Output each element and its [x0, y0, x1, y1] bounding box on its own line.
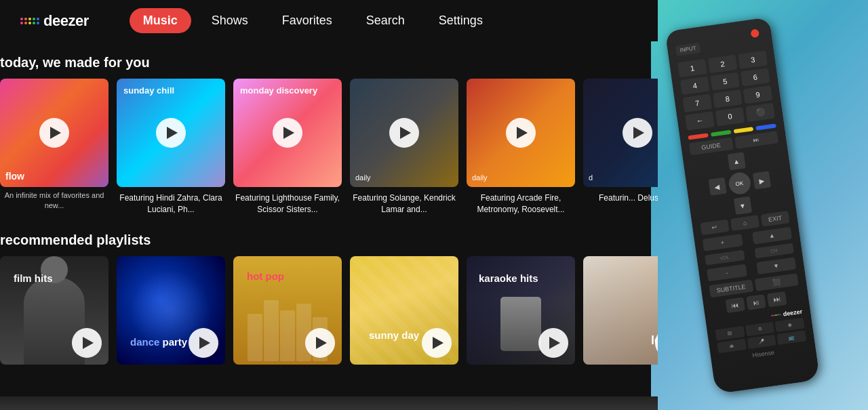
play-icon: [316, 337, 327, 349]
ch-label: CH: [754, 243, 794, 259]
daily2-label: daily: [472, 173, 488, 182]
hot-pop-play-btn[interactable]: [305, 328, 335, 358]
num-3-btn[interactable]: 3: [738, 50, 768, 68]
daily1-play-btn[interactable]: [389, 118, 419, 148]
dpad-left[interactable]: ◀: [708, 178, 726, 196]
play-icon: [283, 127, 294, 139]
sunny-day-label: sunny day: [363, 323, 425, 348]
monday-label: monday discovery: [240, 85, 317, 97]
karaoke-hits-label: karaoke hits: [473, 266, 544, 291]
ch-up-btn[interactable]: ▲: [752, 227, 792, 245]
play-icon: [199, 337, 210, 349]
card-monday-discovery[interactable]: monday discovery Featuring Lighthouse Fa…: [233, 79, 342, 216]
vol-label: VOL: [705, 250, 745, 266]
film-hits-play-btn[interactable]: [72, 328, 102, 358]
card-sunday-chill[interactable]: sunday chill Featuring Hindi Zahra, Clar…: [117, 79, 225, 216]
back-btn[interactable]: ↩: [700, 220, 729, 236]
nav-favorites[interactable]: Favorites: [269, 8, 346, 33]
card-daily-2[interactable]: daily Featuring Arcade Fire, Metronomy, …: [467, 79, 575, 216]
home-btn[interactable]: ⌂: [730, 215, 760, 231]
rewind-btn[interactable]: ⏮: [726, 297, 746, 313]
remote-func-4[interactable]: ⏏: [717, 339, 746, 354]
card-dance-party[interactable]: dance party: [117, 256, 225, 365]
vol-plus-btn[interactable]: +: [703, 234, 743, 251]
card-film-hits[interactable]: film hits: [0, 256, 108, 365]
monday-desc: Featuring Lighthouse Family, Scissor Sis…: [233, 192, 342, 216]
num-1-btn[interactable]: 1: [677, 59, 707, 77]
dpad-right[interactable]: ▶: [752, 171, 770, 190]
remote-func-1[interactable]: ▤: [715, 326, 745, 341]
play-icon: [549, 337, 560, 349]
flow-play-btn[interactable]: [39, 118, 69, 148]
tv-bezel: [0, 396, 658, 410]
fast-forward-btn[interactable]: ⏭: [767, 291, 787, 308]
card-flow[interactable]: flow An infinite mix of favorites and ne…: [0, 79, 108, 216]
num-9-btn[interactable]: 9: [743, 85, 773, 104]
daily2-desc: Featuring Arcade Fire, Metronomy, Roosev…: [467, 192, 575, 216]
card-daily-1[interactable]: daily Featuring Solange, Kendrick Lamar …: [350, 79, 458, 216]
card-karaoke-hits[interactable]: karaoke hits: [467, 256, 575, 365]
section-playlists-title: recommended playlists: [0, 226, 658, 256]
card-love[interactable]: love f: [583, 256, 658, 365]
card-daily-3[interactable]: d Featurin... Delusion...: [583, 79, 658, 216]
flow-label: flow: [5, 171, 24, 182]
num-8-btn[interactable]: 8: [713, 89, 743, 108]
play-icon: [83, 337, 94, 349]
green-btn[interactable]: [711, 130, 731, 137]
num-2-btn[interactable]: 2: [708, 55, 738, 73]
film-hits-image: film hits: [0, 256, 108, 365]
play-icon: [517, 127, 528, 139]
num-6-btn[interactable]: 6: [741, 68, 770, 86]
daily3-label: d: [589, 173, 593, 182]
dpad-ok[interactable]: OK: [727, 171, 751, 196]
monday-play-btn[interactable]: [273, 118, 302, 148]
dpad-down[interactable]: ▼: [733, 197, 751, 215]
remote-func-5[interactable]: 🎤: [747, 335, 776, 350]
remote-func-6[interactable]: 📺: [777, 330, 806, 345]
nav-search[interactable]: Search: [353, 8, 418, 33]
nav-shows[interactable]: Shows: [198, 8, 262, 33]
sunny-day-play-btn[interactable]: [422, 328, 452, 358]
daily2-play-btn[interactable]: [506, 118, 536, 148]
input-button[interactable]: INPUT: [675, 43, 701, 56]
monday-image: monday discovery: [233, 79, 342, 187]
karaoke-hits-image: karaoke hits: [467, 256, 575, 365]
remote-deezer-dots: [772, 314, 781, 316]
main-content: today, we made for you flow An infinite …: [0, 41, 658, 375]
tv-screen: deezer Music Shows Favorites Search Sett…: [0, 0, 658, 410]
remote-func-3[interactable]: ◉: [775, 317, 804, 332]
hot-pop-image: hot pop: [233, 256, 342, 365]
num-0-btn[interactable]: 0: [715, 107, 745, 126]
daily3-play-btn[interactable]: [623, 118, 652, 148]
nav-settings[interactable]: Settings: [425, 8, 496, 33]
sunday-play-btn[interactable]: [156, 118, 186, 148]
nav-music[interactable]: Music: [130, 8, 191, 33]
card-sunny-day[interactable]: sunny day: [350, 256, 458, 365]
info-btn[interactable]: ⏭: [734, 131, 778, 149]
guide-btn[interactable]: GUIDE: [689, 138, 733, 156]
num-4-btn[interactable]: 4: [680, 77, 710, 95]
play-icon: [167, 127, 178, 139]
mute-btn[interactable]: ⬛: [754, 273, 798, 291]
daily1-label: daily: [355, 173, 371, 182]
ch-down-btn[interactable]: ▼: [756, 257, 796, 274]
daily1-desc: Featuring Solange, Kendrick Lamar and...: [350, 192, 458, 216]
card-hot-pop[interactable]: hot pop: [233, 256, 342, 365]
blue-btn[interactable]: [756, 123, 776, 130]
dpad-up[interactable]: ▲: [727, 152, 745, 170]
vol-minus-btn[interactable]: -: [707, 264, 747, 282]
dance-party-play-btn[interactable]: [189, 328, 218, 358]
num-dot-btn[interactable]: ⚫: [745, 103, 775, 122]
logo-text: deezer: [43, 12, 89, 30]
red-btn[interactable]: [688, 133, 708, 140]
subtitle-btn[interactable]: SUBTITLE: [709, 280, 753, 298]
exit-btn[interactable]: EXIT: [761, 211, 790, 227]
num-back-btn[interactable]: ←: [685, 111, 715, 130]
remote-func-2[interactable]: ⚙: [745, 322, 774, 337]
yellow-btn[interactable]: [733, 127, 753, 134]
num-5-btn[interactable]: 5: [710, 72, 740, 90]
num-7-btn[interactable]: 7: [682, 94, 712, 112]
play-pause-btn[interactable]: ⏯: [746, 294, 766, 310]
karaoke-hits-play-btn[interactable]: [538, 328, 568, 358]
header: deezer Music Shows Favorites Search Sett…: [0, 0, 658, 41]
